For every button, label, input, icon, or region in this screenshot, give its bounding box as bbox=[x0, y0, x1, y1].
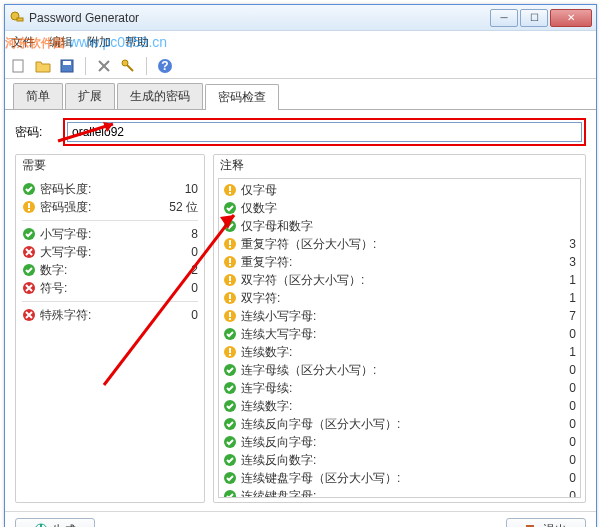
note-row: 连续小写字母: 7 bbox=[223, 307, 576, 325]
note-row: 连续数字: 0 bbox=[223, 397, 576, 415]
svg-rect-2 bbox=[13, 60, 23, 72]
svg-rect-1 bbox=[17, 18, 23, 21]
note-row: 双字符（区分大小写）: 1 bbox=[223, 271, 576, 289]
note-label: 连字母续（区分大小写）: bbox=[241, 362, 536, 379]
req-label: 特殊字符: bbox=[40, 307, 158, 324]
tab-simple[interactable]: 简单 bbox=[13, 83, 63, 109]
req-value: 0 bbox=[158, 245, 198, 259]
note-label: 连续数字: bbox=[241, 344, 536, 361]
tab-bar: 简单 扩展 生成的密码 密码检查 bbox=[5, 79, 596, 110]
ok-icon bbox=[223, 489, 237, 498]
ok-icon bbox=[223, 453, 237, 467]
note-row: 双字符: 1 bbox=[223, 289, 576, 307]
req-label: 密码强度: bbox=[40, 199, 158, 216]
password-input[interactable] bbox=[67, 122, 582, 142]
ok-icon bbox=[223, 471, 237, 485]
cut-icon[interactable] bbox=[96, 58, 112, 74]
note-row: 连续反向字母: 0 bbox=[223, 433, 576, 451]
note-value: 1 bbox=[536, 345, 576, 359]
menu-file[interactable]: 文件 bbox=[11, 34, 35, 51]
ok-icon bbox=[22, 182, 36, 196]
generate-label: 生成 bbox=[52, 522, 76, 528]
tab-ext[interactable]: 扩展 bbox=[65, 83, 115, 109]
menu-edit[interactable]: 编辑 bbox=[49, 34, 73, 51]
notes-scroll[interactable]: 仅字母 仅数字 仅字母和数字 重复字符（区分大小写）: 3 重复字符: 3 双字… bbox=[218, 178, 581, 498]
svg-rect-10 bbox=[28, 203, 30, 208]
ok-icon bbox=[223, 399, 237, 413]
note-value: 0 bbox=[536, 435, 576, 449]
note-value: 0 bbox=[536, 381, 576, 395]
req-label: 数字: bbox=[40, 262, 158, 279]
req-row: 小写字母: 8 bbox=[22, 225, 198, 243]
notes-title: 注释 bbox=[214, 155, 585, 176]
req-row: 密码长度: 10 bbox=[22, 180, 198, 198]
note-label: 连续小写字母: bbox=[241, 308, 536, 325]
menu-add[interactable]: 附加 bbox=[87, 34, 111, 51]
note-row: 连字母续: 0 bbox=[223, 379, 576, 397]
note-label: 重复字符: bbox=[241, 254, 536, 271]
ok-icon bbox=[223, 363, 237, 377]
note-row: 仅字母和数字 bbox=[223, 217, 576, 235]
note-value: 0 bbox=[536, 489, 576, 498]
exit-icon bbox=[525, 523, 539, 527]
generate-icon bbox=[34, 523, 48, 527]
ok-icon bbox=[223, 381, 237, 395]
tab-check[interactable]: 密码检查 bbox=[205, 84, 279, 110]
exit-button[interactable]: 退出 bbox=[506, 518, 586, 527]
svg-text:?: ? bbox=[161, 59, 168, 73]
note-value: 7 bbox=[536, 309, 576, 323]
titlebar: Password Generator ─ ☐ ✕ bbox=[5, 5, 596, 31]
ok-icon bbox=[223, 201, 237, 215]
tab-gen[interactable]: 生成的密码 bbox=[117, 83, 203, 109]
req-label: 小写字母: bbox=[40, 226, 158, 243]
note-value: 1 bbox=[536, 291, 576, 305]
note-label: 仅字母 bbox=[241, 182, 536, 199]
svg-rect-23 bbox=[229, 240, 231, 245]
note-row: 连续数字: 1 bbox=[223, 343, 576, 361]
toolbar: ? bbox=[5, 53, 596, 79]
help-icon[interactable]: ? bbox=[157, 58, 173, 74]
svg-rect-18 bbox=[229, 186, 231, 191]
svg-rect-11 bbox=[28, 209, 30, 211]
warn-icon bbox=[22, 200, 36, 214]
note-value: 1 bbox=[536, 273, 576, 287]
maximize-button[interactable]: ☐ bbox=[520, 9, 548, 27]
svg-rect-27 bbox=[229, 264, 231, 266]
note-label: 连续键盘字母（区分大小写）: bbox=[241, 470, 536, 487]
warn-icon bbox=[223, 255, 237, 269]
req-value: 0 bbox=[158, 281, 198, 295]
svg-rect-30 bbox=[229, 282, 231, 284]
ok-icon bbox=[223, 327, 237, 341]
bad-icon bbox=[22, 281, 36, 295]
req-value: 52 位 bbox=[158, 199, 198, 216]
req-label: 密码长度: bbox=[40, 181, 158, 198]
note-label: 连续键盘字母: bbox=[241, 488, 536, 499]
note-label: 连续反向数字: bbox=[241, 452, 536, 469]
req-value: 0 bbox=[158, 308, 198, 322]
save-icon[interactable] bbox=[59, 58, 75, 74]
req-value: 10 bbox=[158, 182, 198, 196]
note-label: 重复字符（区分大小写）: bbox=[241, 236, 536, 253]
generate-button[interactable]: 生成 bbox=[15, 518, 95, 527]
note-label: 仅字母和数字 bbox=[241, 218, 536, 235]
new-icon[interactable] bbox=[11, 58, 27, 74]
warn-icon bbox=[223, 183, 237, 197]
note-label: 连续反向字母（区分大小写）: bbox=[241, 416, 536, 433]
open-icon[interactable] bbox=[35, 58, 51, 74]
note-label: 双字符（区分大小写）: bbox=[241, 272, 536, 289]
req-row: 数字: 2 bbox=[22, 261, 198, 279]
key-icon[interactable] bbox=[120, 58, 136, 74]
note-label: 连续大写字母: bbox=[241, 326, 536, 343]
menu-help[interactable]: 帮助 bbox=[125, 34, 149, 51]
close-button[interactable]: ✕ bbox=[550, 9, 592, 27]
svg-rect-35 bbox=[229, 312, 231, 317]
minimize-button[interactable]: ─ bbox=[490, 9, 518, 27]
ok-icon bbox=[223, 435, 237, 449]
req-label: 符号: bbox=[40, 280, 158, 297]
app-icon bbox=[9, 10, 25, 26]
svg-rect-24 bbox=[229, 246, 231, 248]
note-row: 重复字符: 3 bbox=[223, 253, 576, 271]
menubar: 河东软件园www.pc0359.cn 文件 编辑 附加 帮助 bbox=[5, 31, 596, 53]
ok-icon bbox=[22, 227, 36, 241]
bad-icon bbox=[22, 308, 36, 322]
